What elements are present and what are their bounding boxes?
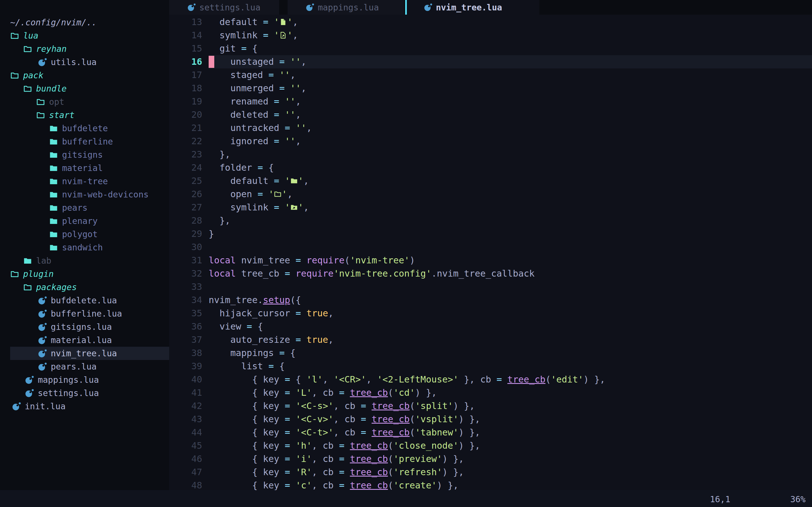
tab-settings-lua[interactable]: settings.lua: [169, 0, 279, 15]
tree-item-bufdelete[interactable]: bufdelete: [0, 122, 169, 135]
code-line[interactable]: 24 folder = {: [169, 161, 812, 174]
code-line[interactable]: 20 deleted = '',: [169, 108, 812, 121]
code-editor[interactable]: 13 default = '',14 symlink = '',15 git =…: [169, 15, 812, 490]
lua-icon: [25, 389, 34, 398]
tree-item-lua[interactable]: lua: [0, 29, 169, 42]
tree-item-mappings.lua[interactable]: mappings.lua: [0, 373, 169, 386]
code-line[interactable]: 35 hijack_cursor = true,: [169, 307, 812, 320]
code-line[interactable]: 40 { key = { 'l', '<CR>', '<2-LeftMouse>…: [169, 373, 812, 386]
code-line[interactable]: 28 },: [169, 214, 812, 227]
tree-item-sandwich[interactable]: sandwich: [0, 241, 169, 254]
code-line[interactable]: 21 untracked = '',: [169, 121, 812, 135]
code-line[interactable]: 14 symlink = '',: [169, 29, 812, 42]
line-number: 14: [169, 29, 202, 42]
lua-icon: [38, 58, 47, 67]
line-number: 44: [169, 426, 202, 439]
code-line[interactable]: 38 mappings = {: [169, 346, 812, 360]
tree-item-polygot[interactable]: polygot: [0, 228, 169, 241]
tree-item-start[interactable]: start: [0, 108, 169, 122]
code-line[interactable]: 34nvim_tree.setup({: [169, 293, 812, 307]
code-line[interactable]: 25 default = '',: [169, 174, 812, 187]
file-tree: luareyhanutils.luapackbundleoptstartbufd…: [0, 29, 169, 413]
code-line[interactable]: 23 },: [169, 148, 812, 161]
code-line[interactable]: 39 list = {: [169, 360, 812, 373]
line-number: 33: [169, 280, 202, 293]
tree-root-path[interactable]: ~/.config/nvim/..: [0, 16, 169, 29]
tree-item-reyhan[interactable]: reyhan: [0, 42, 169, 55]
code-text: { key = 'R', cb = tree_cb('refresh') },: [209, 467, 464, 477]
tree-item-opt[interactable]: opt: [0, 95, 169, 108]
code-line[interactable]: 17 staged = '',: [169, 68, 812, 82]
tree-item-pears.lua[interactable]: pears.lua: [0, 360, 169, 373]
line-number: 13: [169, 15, 202, 29]
tree-item-material.lua[interactable]: material.lua: [0, 334, 169, 347]
line-number: 15: [169, 42, 202, 55]
file-symlink-icon: [279, 30, 287, 38]
code-line[interactable]: 22 ignored = '',: [169, 135, 812, 148]
tree-item-bufferline.lua[interactable]: bufferline.lua: [0, 307, 169, 320]
code-line[interactable]: 18 unmerged = '',: [169, 82, 812, 95]
tree-item-init.lua[interactable]: init.lua: [0, 400, 169, 413]
code-line[interactable]: 32local tree_cb = require'nvim-tree.conf…: [169, 267, 812, 280]
code-line[interactable]: 46 { key = 'i', cb = tree_cb('preview') …: [169, 452, 812, 466]
code-line[interactable]: 44 { key = '<C-t>', cb = tree_cb('tabnew…: [169, 426, 812, 439]
tree-item-gitsigns.lua[interactable]: gitsigns.lua: [0, 320, 169, 334]
code-line[interactable]: 42 { key = '<C-s>', cb = tree_cb('split'…: [169, 399, 812, 413]
code-line[interactable]: 48 { key = 'c', cb = tree_cb('create') }…: [169, 479, 812, 490]
tree-item-label: gitsigns: [62, 150, 103, 160]
tree-item-label: plenary: [62, 216, 98, 226]
code-line[interactable]: 36 view = {: [169, 320, 812, 333]
tree-item-label: plugin: [23, 269, 54, 279]
code-line[interactable]: 47 { key = 'R', cb = tree_cb('refresh') …: [169, 466, 812, 479]
code-line[interactable]: 30: [169, 240, 812, 254]
code-line[interactable]: 33: [169, 280, 812, 293]
tab-label: mappings.lua: [318, 3, 379, 12]
tree-item-gitsigns[interactable]: gitsigns: [0, 148, 169, 161]
tree-item-nvim_tree.lua[interactable]: nvim_tree.lua: [0, 347, 169, 360]
code-line[interactable]: 45 { key = 'h', cb = tree_cb('close_node…: [169, 439, 812, 452]
code-line[interactable]: 15 git = {: [169, 42, 812, 55]
code-line[interactable]: 27 symlink = '',: [169, 201, 812, 214]
tree-item-settings.lua[interactable]: settings.lua: [0, 386, 169, 400]
code-line[interactable]: 31local nvim_tree = require('nvim-tree'): [169, 254, 812, 267]
tree-item-plugin[interactable]: plugin: [0, 267, 169, 281]
code-text: ignored = '',: [209, 136, 301, 147]
line-number: 34: [169, 293, 202, 307]
tab-mappings-lua[interactable]: mappings.lua: [288, 0, 404, 15]
code-line[interactable]: 43 { key = '<C-v>', cb = tree_cb('vsplit…: [169, 413, 812, 426]
tab-nvim-tree-lua[interactable]: nvim_tree.lua: [407, 0, 539, 15]
code-line[interactable]: 37 auto_resize = true,: [169, 333, 812, 346]
code-line[interactable]: 16 unstaged = '',: [169, 55, 812, 68]
lua-icon: [38, 296, 47, 305]
lua-file-icon: [306, 3, 314, 11]
cursor-position: 16,1: [710, 494, 730, 504]
line-number: 24: [169, 161, 202, 174]
tree-item-lab[interactable]: lab: [0, 254, 169, 267]
line-number: 18: [169, 82, 202, 95]
lua-icon: [38, 309, 47, 318]
tree-item-nvim-tree[interactable]: nvim-tree: [0, 175, 169, 188]
line-number: 42: [169, 399, 202, 413]
tree-item-utils.lua[interactable]: utils.lua: [0, 55, 169, 69]
tree-item-pears[interactable]: pears: [0, 201, 169, 214]
code-line[interactable]: 13 default = '',: [169, 15, 812, 29]
tree-item-nvim-web-devicons[interactable]: nvim-web-devicons: [0, 188, 169, 201]
file-icon: [279, 16, 287, 24]
scroll-percent: 36%: [790, 494, 806, 504]
code-line[interactable]: 41 { key = 'L', cb = tree_cb('cd') },: [169, 386, 812, 399]
folder-open-icon: [23, 45, 32, 54]
tree-item-bundle[interactable]: bundle: [0, 82, 169, 95]
tree-item-bufferline[interactable]: bufferline: [0, 135, 169, 148]
statusline: 16,1 36%: [0, 490, 812, 507]
tree-item-bufdelete.lua[interactable]: bufdelete.lua: [0, 294, 169, 307]
code-line[interactable]: 26 open = '',: [169, 187, 812, 201]
line-number: 19: [169, 95, 202, 108]
tree-item-label: packages: [36, 282, 77, 292]
tree-item-plenary[interactable]: plenary: [0, 214, 169, 228]
code-line[interactable]: 19 renamed = '',: [169, 95, 812, 108]
tree-item-material[interactable]: material: [0, 161, 169, 175]
tree-item-pack[interactable]: pack: [0, 69, 169, 82]
tree-item-packages[interactable]: packages: [0, 281, 169, 294]
code-text: auto_resize = true,: [209, 334, 334, 345]
code-line[interactable]: 29}: [169, 227, 812, 240]
